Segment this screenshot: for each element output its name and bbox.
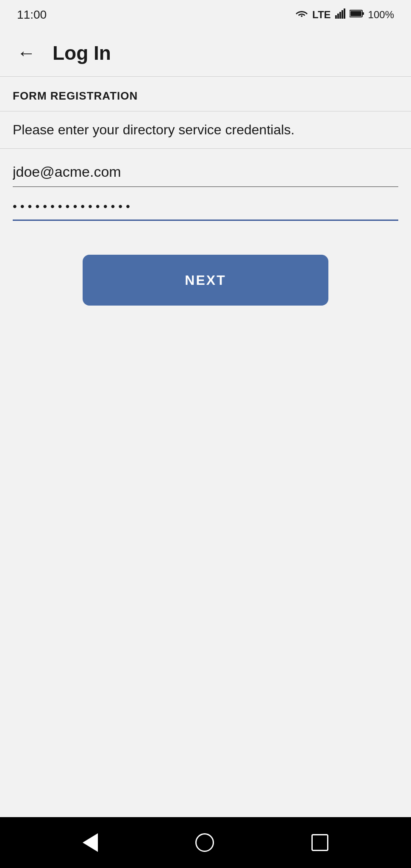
back-button[interactable]: ← bbox=[13, 39, 40, 67]
nav-recents-icon bbox=[311, 834, 328, 851]
nav-back-icon bbox=[83, 833, 98, 852]
svg-rect-7 bbox=[350, 11, 361, 16]
password-dots-display: •••••••••••••••• bbox=[13, 195, 398, 221]
form-title: FORM REGISTRATION bbox=[13, 89, 138, 102]
wifi-icon bbox=[295, 8, 308, 21]
nav-home-icon bbox=[195, 833, 214, 852]
svg-rect-6 bbox=[362, 12, 364, 15]
status-bar: 11:00 LTE bbox=[0, 0, 411, 30]
form-section: FORM REGISTRATION Please enter your dire… bbox=[0, 77, 411, 817]
form-description: Please enter your directory service cred… bbox=[13, 122, 294, 137]
form-description-wrapper: Please enter your directory service cred… bbox=[0, 111, 411, 149]
svg-rect-1 bbox=[337, 14, 339, 19]
svg-rect-2 bbox=[339, 12, 341, 19]
svg-rect-3 bbox=[342, 10, 343, 19]
password-input-wrapper: •••••••••••••••• bbox=[0, 187, 411, 221]
top-navigation: ← Log In bbox=[0, 30, 411, 76]
button-wrapper: NEXT bbox=[0, 221, 411, 339]
lte-label: LTE bbox=[312, 9, 331, 21]
battery-percentage: 100% bbox=[368, 9, 394, 21]
spacer bbox=[0, 339, 411, 817]
status-icons: LTE 100% bbox=[295, 8, 394, 21]
svg-rect-4 bbox=[344, 8, 345, 19]
signal-icon bbox=[335, 8, 345, 21]
battery-icon bbox=[350, 9, 364, 20]
status-time: 11:00 bbox=[17, 8, 47, 22]
nav-recents-button[interactable] bbox=[311, 834, 328, 851]
svg-rect-0 bbox=[335, 15, 337, 19]
back-arrow-icon: ← bbox=[17, 44, 36, 62]
email-field[interactable] bbox=[13, 159, 398, 187]
next-button[interactable]: NEXT bbox=[83, 255, 328, 306]
nav-home-button[interactable] bbox=[195, 833, 214, 852]
email-input-wrapper bbox=[0, 149, 411, 187]
page-title: Log In bbox=[53, 42, 111, 64]
form-header: FORM REGISTRATION bbox=[0, 77, 411, 111]
nav-bar bbox=[0, 817, 411, 868]
nav-back-button[interactable] bbox=[83, 833, 98, 852]
